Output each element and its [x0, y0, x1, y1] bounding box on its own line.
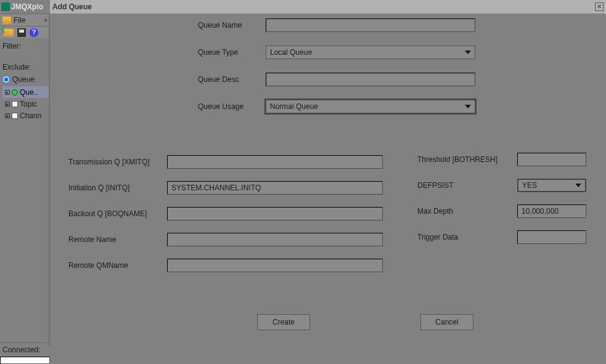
toolbar: ?: [0, 26, 50, 38]
create-button-label: Create: [272, 318, 295, 326]
dialog-title: Add Queue: [52, 2, 92, 11]
queue-name-label: Queue Name: [198, 21, 266, 30]
queue-radio[interactable]: [2, 76, 10, 83]
exclude-label: Exclude:: [0, 51, 50, 71]
boqname-label: Backout Q [BOQNAME]: [68, 209, 167, 218]
remote-name-label: Remote Name: [68, 235, 167, 244]
dialog-button-row: Create Cancel: [50, 314, 606, 330]
menu-file-label: File: [14, 16, 25, 25]
queue-type-value: Local Queue: [270, 48, 312, 57]
tree-expand-icon[interactable]: ▸: [5, 113, 10, 118]
trigger-data-label: Trigger Data: [417, 233, 517, 241]
save-icon[interactable]: [17, 28, 26, 37]
queue-desc-label: Queue Desc: [198, 75, 266, 84]
chevron-down-icon: [465, 51, 471, 54]
defpsist-label: DEFPSIST: [417, 181, 517, 190]
xmitq-input[interactable]: [167, 155, 383, 169]
queue-usage-select[interactable]: Normal Queue: [266, 100, 475, 113]
cancel-button[interactable]: Cancel: [420, 314, 473, 330]
create-button[interactable]: Create: [257, 314, 310, 330]
initq-input[interactable]: [167, 181, 383, 195]
topic-node-icon: [12, 101, 18, 107]
queue-usage-label: Queue Usage: [198, 102, 266, 111]
main-window-sidebar: JMQXplo File » ? Filter: Exclude: Queue …: [0, 0, 50, 364]
channel-node-icon: [12, 113, 18, 119]
queue-radio-row[interactable]: Queue: [0, 71, 50, 84]
help-icon[interactable]: ?: [30, 28, 38, 37]
tree-expand-icon[interactable]: ▸: [5, 102, 10, 107]
status-label: Connected:: [0, 343, 50, 357]
tree-item-queue[interactable]: ▸ Que..: [2, 86, 50, 98]
trigger-data-input[interactable]: [517, 230, 586, 244]
app-titlebar: JMQXplo: [0, 0, 50, 14]
queue-radio-label: Queue: [12, 75, 35, 84]
add-queue-dialog: Add Queue ✕ Queue Name Queue Type Local …: [50, 0, 606, 364]
app-icon: [1, 2, 10, 11]
tree: ▸ Que.. ▸ Topic ▸ Chann: [0, 84, 50, 121]
form-top-section: Queue Name Queue Type Local Queue Queue …: [198, 18, 518, 127]
queue-usage-value: Normal Queue: [270, 102, 318, 111]
file-icon: [2, 17, 11, 24]
dialog-titlebar: Add Queue ✕: [50, 0, 606, 14]
queue-type-select[interactable]: Local Queue: [266, 46, 475, 59]
bothresh-input[interactable]: [517, 153, 586, 166]
queue-name-input[interactable]: [266, 18, 475, 32]
remote-qmname-label: Remote QMName: [68, 261, 167, 270]
open-icon[interactable]: [4, 29, 14, 36]
max-depth-label: Max Depth: [417, 207, 517, 216]
queue-type-label: Queue Type: [198, 48, 266, 57]
queue-desc-input[interactable]: [266, 73, 475, 86]
menu-bar: File »: [0, 14, 50, 26]
chevron-right-icon[interactable]: »: [44, 18, 47, 23]
bothresh-label: Threshold [BOTHRESH]: [417, 155, 517, 164]
xmitq-label: Transmission Q [XMITQ]: [68, 158, 167, 166]
form-right-section: Threshold [BOTHRESH] DEFPSIST YES Max De…: [417, 153, 602, 256]
tree-item-label: Que..: [20, 88, 38, 97]
tree-item-label: Topic: [20, 100, 37, 108]
tree-item-label: Chann: [20, 111, 41, 120]
defpsist-value: YES: [522, 181, 537, 190]
boqname-input[interactable]: [167, 207, 383, 220]
status-bar: Connected:: [0, 342, 50, 364]
tree-expand-icon[interactable]: ▸: [5, 90, 10, 95]
remote-qmname-input[interactable]: [167, 259, 383, 272]
tree-item-topic[interactable]: ▸ Topic: [2, 98, 50, 110]
status-value-box: [0, 357, 50, 364]
menu-file[interactable]: File: [2, 16, 25, 25]
filter-label: Filter:: [0, 38, 50, 51]
max-depth-input[interactable]: [517, 204, 586, 218]
queue-node-icon: [12, 89, 18, 95]
initq-label: Initiation Q [INITQ]: [68, 184, 167, 192]
chevron-down-icon: [465, 105, 471, 108]
remote-name-input[interactable]: [167, 233, 383, 246]
close-icon[interactable]: ✕: [595, 2, 604, 11]
chevron-down-icon: [575, 184, 581, 187]
tree-item-channel[interactable]: ▸ Chann: [2, 110, 50, 121]
defpsist-select[interactable]: YES: [517, 179, 586, 192]
app-title: JMQXplo: [11, 2, 43, 11]
cancel-button-label: Cancel: [435, 318, 458, 326]
form-left-section: Transmission Q [XMITQ] Initiation Q [INI…: [68, 155, 414, 285]
